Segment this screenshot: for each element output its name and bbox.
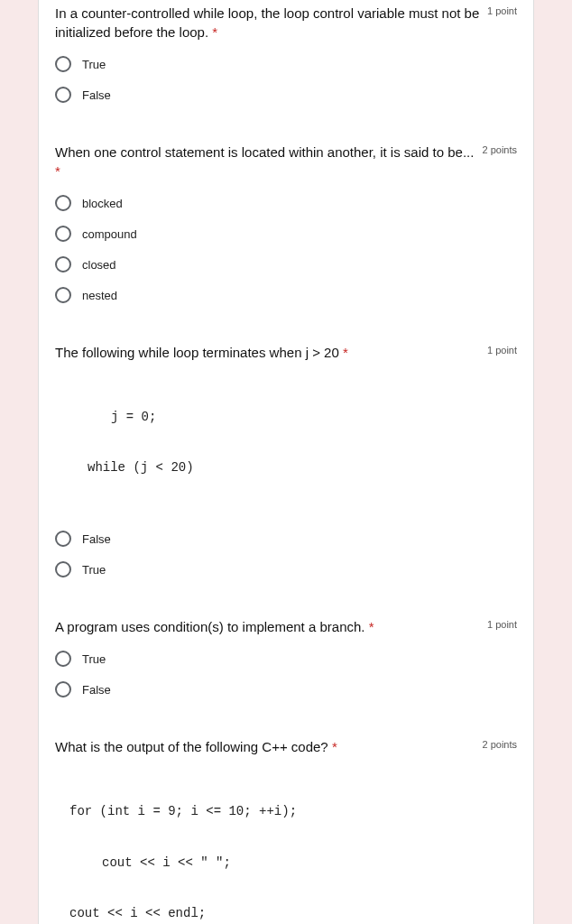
points-label: 2 points [482, 143, 517, 155]
option-label: nested [82, 289, 117, 302]
option-false[interactable]: False [55, 87, 517, 103]
code-line: cout << i << " "; [102, 855, 517, 872]
question-block: In a counter-controlled while loop, the … [39, 0, 533, 139]
code-line: for (int i = 9; i <= 10; ++i); [69, 803, 517, 820]
radio-icon [55, 56, 71, 72]
option-false[interactable]: False [55, 531, 517, 547]
option-blocked[interactable]: blocked [55, 195, 517, 211]
option-label: blocked [82, 197, 123, 210]
option-label: closed [82, 258, 116, 272]
code-line: cout << i << endl; [69, 905, 517, 922]
required-mark: * [369, 619, 374, 634]
radio-icon [55, 561, 71, 578]
form-container: In a counter-controlled while loop, the … [38, 0, 534, 924]
option-true[interactable]: True [55, 56, 517, 72]
radio-icon [55, 256, 71, 273]
options-group: blocked compound closed nested [55, 195, 517, 303]
required-mark: * [332, 739, 337, 754]
radio-icon [55, 226, 71, 242]
code-line: while (j < 20) [88, 459, 517, 476]
question-block: What is the output of the following C++ … [39, 734, 533, 924]
question-title: In a counter-controlled while loop, the … [55, 4, 487, 42]
option-label: False [82, 88, 111, 102]
code-snippet: j = 0; while (j < 20) [55, 374, 517, 511]
question-block: A program uses condition(s) to implement… [39, 614, 533, 734]
question-header: A program uses condition(s) to implement… [55, 617, 517, 636]
option-label: True [82, 563, 106, 577]
radio-icon [55, 681, 71, 698]
option-nested[interactable]: nested [55, 287, 517, 303]
option-closed[interactable]: closed [55, 256, 517, 273]
question-text: When one control statement is located wi… [55, 144, 474, 160]
option-true[interactable]: True [55, 561, 517, 578]
question-block: The following while loop terminates when… [39, 339, 533, 614]
points-label: 1 point [487, 4, 517, 16]
question-text: What is the output of the following C++ … [55, 739, 328, 754]
required-mark: * [212, 24, 217, 40]
code-snippet: for (int i = 9; i <= 10; ++i); cout << i… [55, 769, 517, 924]
option-label: True [82, 652, 106, 666]
question-block: When one control statement is located wi… [39, 139, 533, 339]
question-title: What is the output of the following C++ … [55, 737, 482, 756]
points-label: 1 point [487, 343, 517, 356]
question-header: In a counter-controlled while loop, the … [55, 4, 517, 42]
option-label: False [82, 683, 111, 697]
options-group: True False [55, 651, 517, 698]
radio-icon [55, 195, 71, 211]
question-title: The following while loop terminates when… [55, 343, 487, 362]
question-text: In a counter-controlled while loop, the … [55, 5, 479, 40]
required-mark: * [55, 163, 60, 179]
required-mark: * [343, 345, 348, 360]
option-false[interactable]: False [55, 681, 517, 698]
question-text: The following while loop terminates when… [55, 345, 339, 360]
option-label: compound [82, 227, 137, 241]
question-title: When one control statement is located wi… [55, 143, 482, 180]
radio-icon [55, 287, 71, 303]
option-label: True [82, 58, 106, 71]
option-label: False [82, 532, 111, 546]
radio-icon [55, 87, 71, 103]
options-group: False True [55, 531, 517, 578]
option-true[interactable]: True [55, 651, 517, 667]
radio-icon [55, 531, 71, 547]
radio-icon [55, 651, 71, 667]
points-label: 1 point [487, 617, 517, 630]
question-title: A program uses condition(s) to implement… [55, 617, 487, 636]
question-header: When one control statement is located wi… [55, 143, 517, 180]
option-compound[interactable]: compound [55, 226, 517, 242]
question-header: What is the output of the following C++ … [55, 737, 517, 756]
question-text: A program uses condition(s) to implement… [55, 619, 365, 634]
points-label: 2 points [482, 737, 517, 750]
options-group: True False [55, 56, 517, 103]
question-header: The following while loop terminates when… [55, 343, 517, 362]
code-line: j = 0; [111, 409, 517, 426]
